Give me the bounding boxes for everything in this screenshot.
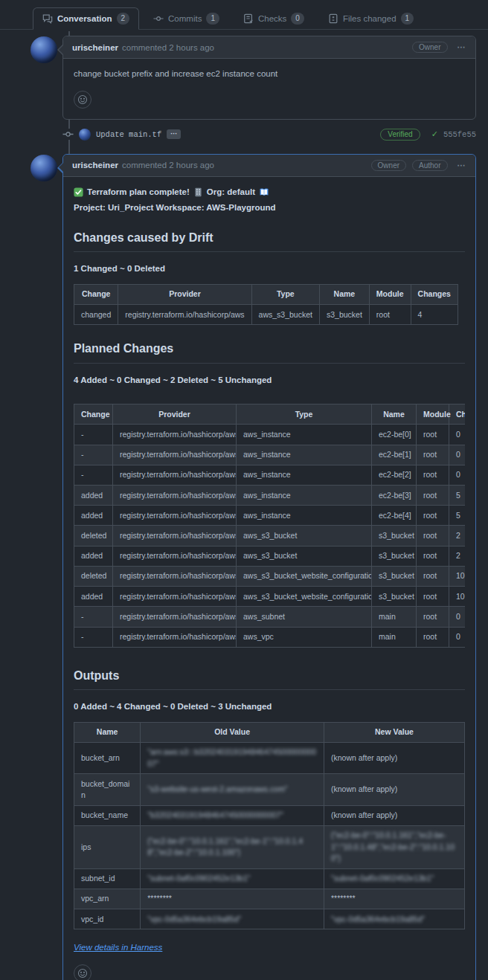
col-new-value: New Value — [324, 722, 465, 742]
cell-output-name: vpc_id — [74, 909, 141, 929]
commit-icon — [153, 13, 164, 24]
planned-section-title: Planned Changes — [74, 340, 465, 363]
commit-row: Update main.tf ··· Verified ✓ 555fe55 — [62, 127, 476, 142]
table-row: added registry.terraform.io/hashicorp/aw… — [74, 546, 466, 566]
owner-badge: Owner — [412, 42, 447, 53]
cell-module: root — [417, 566, 449, 586]
table-row: - registry.terraform.io/hashicorp/aws aw… — [74, 465, 466, 485]
cell-change: added — [74, 587, 113, 607]
tab-conversation[interactable]: Conversation 2 — [33, 7, 139, 30]
cell-module: root — [417, 627, 449, 647]
table-header-row: Change Provider Type Name Module Changes — [74, 404, 466, 425]
col-name: Name — [74, 722, 141, 742]
tab-count: 2 — [117, 13, 130, 25]
avatar[interactable] — [30, 36, 57, 63]
cell-changes: 0 — [449, 607, 466, 627]
org-text: Org: default — [207, 186, 255, 199]
cell-type: aws_s3_bucket_website_configuration — [237, 587, 372, 607]
comment-author[interactable]: urischeiner — [72, 161, 118, 170]
cell-new-value: "vpc-0d5a364ebcb19a85d" — [324, 909, 465, 929]
tab-commits[interactable]: Commits 1 — [144, 7, 229, 30]
comment-2-terraform-plan: urischeiner commented 2 hours ago Owner … — [62, 154, 476, 980]
commit-author-avatar[interactable] — [79, 129, 91, 141]
cell-module: root — [417, 506, 449, 526]
cell-provider: registry.terraform.io/hashicorp/aws — [118, 305, 251, 325]
view-details-harness-link[interactable]: View details in Harness — [74, 941, 162, 954]
tab-files-changed[interactable]: Files changed 1 — [318, 7, 423, 30]
cell-changes: 0 — [449, 425, 466, 445]
cell-name: ec2-be[2] — [372, 465, 417, 485]
owner-badge: Owner — [371, 160, 406, 171]
add-reaction-button[interactable] — [74, 964, 92, 980]
tab-count: 1 — [401, 13, 414, 25]
cell-changes: 2 — [449, 526, 466, 546]
table-row: - registry.terraform.io/hashicorp/aws aw… — [74, 627, 466, 647]
cell-changes: 5 — [449, 486, 466, 506]
col-name: Name — [372, 404, 417, 425]
comment-timestamp[interactable]: commented 2 hours ago — [122, 43, 214, 52]
table-row: - registry.terraform.io/hashicorp/aws aw… — [74, 607, 466, 627]
table-row: - registry.terraform.io/hashicorp/aws aw… — [74, 425, 466, 445]
col-changes: Changes — [449, 404, 466, 425]
tab-label: Commits — [168, 14, 202, 23]
cell-provider: registry.terraform.io/hashicorp/aws — [113, 506, 237, 526]
cell-module: root — [417, 486, 449, 506]
commit-sha-link[interactable]: 555fe55 — [443, 130, 476, 139]
cell-changes: 0 — [449, 445, 466, 465]
commit-expand-button[interactable]: ··· — [167, 129, 181, 139]
office-building-emoji-icon — [193, 187, 203, 197]
cell-provider: registry.terraform.io/hashicorp/aws — [113, 607, 237, 627]
cell-type: aws_s3_bucket_website_configuration — [237, 566, 372, 586]
status-check-icon[interactable]: ✓ — [431, 129, 438, 139]
tab-checks[interactable]: Checks 0 — [234, 7, 314, 30]
cell-changes: 0 — [449, 627, 466, 647]
drift-section-title: Changes caused by Drift — [74, 229, 465, 252]
col-change: Change — [74, 284, 118, 304]
table-row: added registry.terraform.io/hashicorp/aw… — [74, 587, 466, 607]
commit-message-link[interactable]: Update main.tf — [96, 130, 161, 139]
table-row: - registry.terraform.io/hashicorp/aws aw… — [74, 445, 466, 465]
pr-tab-bar: Conversation 2 Commits 1 Checks 0 Files … — [0, 0, 488, 30]
planned-table-clip: Change Provider Type Name Module Changes… — [74, 395, 465, 652]
cell-change: - — [74, 445, 113, 465]
cell-change: added — [74, 506, 113, 526]
table-row: deleted registry.terraform.io/hashicorp/… — [74, 566, 466, 586]
avatar[interactable] — [30, 155, 57, 181]
cell-old-value: {"ec2-be-0":"10.0.1.161","ec2-be-1":"10.… — [141, 825, 324, 868]
table-row: vpc_id "vpc-0d5a364ebcb19a85d" "vpc-0d5a… — [74, 909, 465, 929]
cell-old-value: "vpc-0d5a364ebcb19a85d" — [141, 909, 324, 929]
cell-change: - — [74, 607, 113, 627]
table-row: bucket_domain "s3-website-us-west-2.amaz… — [74, 774, 465, 805]
cell-name: s3_bucket — [372, 566, 417, 586]
cell-new-value: (known after apply) — [324, 774, 465, 805]
col-provider: Provider — [113, 404, 237, 425]
cell-type: aws_instance — [237, 425, 372, 445]
verified-badge[interactable]: Verified — [380, 129, 420, 141]
kebab-menu-icon[interactable]: ⋯ — [458, 42, 467, 52]
tab-label: Files changed — [343, 14, 396, 23]
col-provider: Provider — [118, 284, 251, 304]
planned-changes-table: Change Provider Type Name Module Changes… — [74, 404, 465, 648]
smiley-icon — [77, 94, 88, 105]
file-diff-icon — [328, 13, 338, 24]
cell-old-value: "arn:aws:s3:::b3202403191948464745000000… — [141, 742, 324, 773]
tab-label: Checks — [258, 14, 286, 23]
cell-change: added — [74, 546, 113, 566]
cell-name: ec2-be[4] — [372, 506, 417, 526]
cell-module: root — [417, 526, 449, 546]
table-row: bucket_arn "arn:aws:s3:::b32024031919484… — [74, 742, 465, 773]
planned-summary: 4 Added ~ 0 Changed ~ 2 Deleted ~ 5 Unch… — [74, 374, 465, 387]
cell-type: aws_s3_bucket — [237, 546, 372, 566]
kebab-menu-icon[interactable]: ⋯ — [458, 161, 467, 170]
table-row: deleted registry.terraform.io/hashicorp/… — [74, 526, 466, 546]
table-row: subnet_id "subnet-0af0c0902452e13b1" "su… — [74, 868, 465, 889]
comment-timestamp[interactable]: commented 2 hours ago — [122, 161, 214, 170]
cell-name: s3_bucket — [372, 546, 417, 566]
cell-module: root — [417, 587, 449, 607]
cell-name: s3_bucket — [372, 587, 417, 607]
project-workspace-text: Project: Uri_Project Workspace: AWS-Play… — [74, 202, 276, 214]
smiley-icon — [77, 968, 88, 979]
add-reaction-button[interactable] — [74, 91, 92, 109]
comment-author[interactable]: urischeiner — [72, 43, 118, 52]
table-row: changed registry.terraform.io/hashicorp/… — [74, 305, 458, 325]
